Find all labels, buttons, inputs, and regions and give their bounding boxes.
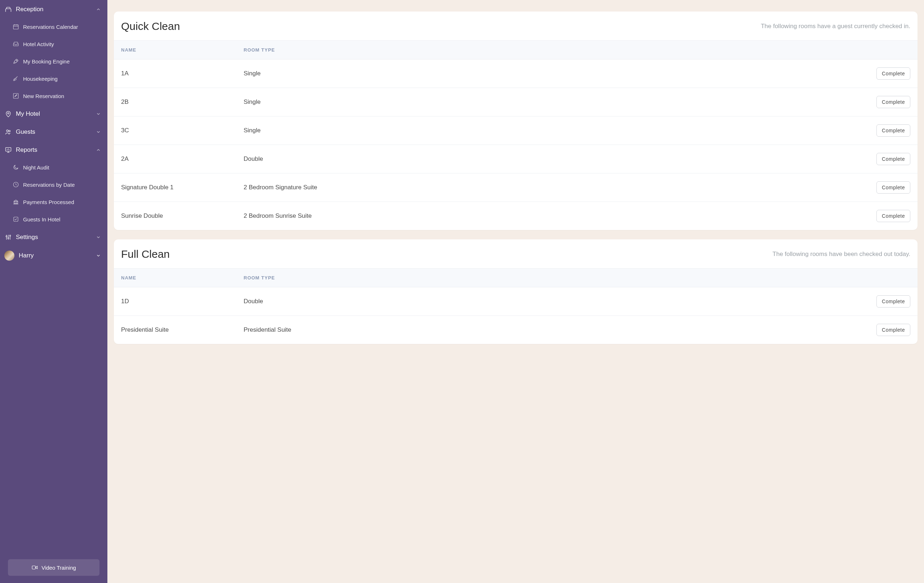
nav-label: Settings [16,234,96,241]
complete-button[interactable]: Complete [876,68,910,80]
table-row: Sunrise Double2 Bedroom Sunrise SuiteCom… [114,202,917,230]
sidebar-item-label: Reservations by Date [23,182,74,188]
sidebar-item-night-audit[interactable]: Night Audit [7,159,107,176]
column-header-name: NAME [121,275,244,281]
column-header-type: ROOM TYPE [244,275,863,281]
nav-section-guests: Guests [0,123,107,140]
sidebar-item-new-reservation[interactable]: New Reservation [7,87,107,104]
inbox-icon [12,40,20,48]
bank-icon [12,198,20,205]
video-icon [31,564,38,571]
pin-icon [4,110,12,118]
cell-room-name: 1A [121,70,244,77]
sidebar-item-label: New Reservation [23,93,64,99]
sidebar-item-reservations-by-date[interactable]: Reservations by Date [7,176,107,193]
card-full-clean: Full Clean The following rooms have been… [114,239,917,344]
svg-point-6 [16,60,17,61]
nav-section-reception: Reception Reservations Calendar Hotel Ac [0,1,107,104]
sidebar-item-guests-in-hotel[interactable]: Guests In Hotel [7,211,107,228]
user-menu[interactable]: Harry [0,246,107,265]
sidebar-item-hotel-activity[interactable]: Hotel Activity [7,35,107,53]
complete-button[interactable]: Complete [876,295,910,307]
nav-header-guests[interactable]: Guests [0,123,107,140]
cell-room-name: 1D [121,298,244,305]
table-row: 1DDoubleComplete [114,287,917,316]
svg-point-10 [9,130,10,132]
table-row: Presidential SuitePresidential SuiteComp… [114,316,917,344]
svg-rect-0 [13,25,18,29]
sidebar-item-label: Payments Processed [23,199,74,205]
svg-point-28 [9,235,10,236]
nav-header-reception[interactable]: Reception [0,1,107,18]
table-row: 2BSingleComplete [114,88,917,116]
sidebar-item-label: My Booking Engine [23,58,69,64]
chevron-up-icon [96,7,101,12]
column-header-name: NAME [121,47,244,53]
svg-point-27 [8,238,9,239]
sliders-icon [4,233,12,241]
cell-room-name: 2A [121,155,244,163]
complete-button[interactable]: Complete [876,210,910,222]
cell-room-type: 2 Bedroom Sunrise Suite [244,212,863,220]
chevron-down-icon [96,235,101,240]
nav-header-my-hotel[interactable]: My Hotel [0,105,107,122]
moon-icon [12,164,20,171]
svg-rect-22 [14,217,18,221]
sidebar-item-housekeeping[interactable]: Housekeeping [7,70,107,87]
main-content: Quick Clean The following rooms have a g… [107,0,924,583]
svg-point-8 [8,112,9,114]
edit-icon [12,92,20,99]
cell-room-name: 3C [121,127,244,134]
video-training-button[interactable]: Video Training [8,559,99,576]
nav-label: Reception [16,6,96,13]
sidebar-item-label: Hotel Activity [23,41,54,47]
card-subtitle: The following rooms have a guest current… [761,23,910,30]
cell-room-name: Sunrise Double [121,212,244,220]
cell-room-type: Double [244,155,863,163]
cell-room-type: 2 Bedroom Signature Suite [244,184,863,191]
table-row: 2ADoubleComplete [114,145,917,173]
sidebar-item-reservations-calendar[interactable]: Reservations Calendar [7,18,107,35]
cell-room-name: 2B [121,98,244,106]
rocket-icon [12,58,20,65]
cell-room-type: Presidential Suite [244,326,863,334]
table-body: 1DDoubleCompletePresidential SuitePresid… [114,287,917,344]
table-header: NAME ROOM TYPE [114,268,917,287]
svg-marker-30 [36,566,38,569]
cell-room-type: Single [244,127,863,134]
card-quick-clean: Quick Clean The following rooms have a g… [114,12,917,230]
sidebar-item-my-booking-engine[interactable]: My Booking Engine [7,53,107,70]
clock-icon [12,181,20,188]
svg-rect-29 [32,566,35,569]
chevron-down-icon [96,111,101,116]
cell-room-name: Presidential Suite [121,326,244,334]
svg-point-9 [7,130,8,132]
table-body: 1ASingleComplete2BSingleComplete3CSingle… [114,59,917,230]
nav-label: My Hotel [16,110,96,117]
svg-point-26 [6,236,7,237]
complete-button[interactable]: Complete [876,182,910,193]
table-row: 3CSingleComplete [114,116,917,145]
chevron-down-icon [96,253,101,258]
nav-header-reports[interactable]: Reports [0,141,107,159]
complete-button[interactable]: Complete [876,124,910,137]
bed-icon [4,5,12,13]
svg-rect-18 [14,201,18,204]
column-header-type: ROOM TYPE [244,47,863,53]
nav-section-settings: Settings [0,229,107,246]
complete-button[interactable]: Complete [876,153,910,165]
avatar [4,251,15,261]
check-square-icon [12,216,20,223]
sidebar-item-label: Night Audit [23,164,50,170]
chevron-down-icon [96,129,101,134]
sidebar-item-label: Housekeeping [23,76,58,82]
card-title: Full Clean [121,248,170,260]
sidebar-item-payments-processed[interactable]: Payments Processed [7,193,107,211]
cell-room-type: Single [244,98,863,106]
sidebar-item-label: Guests In Hotel [23,216,60,223]
nav-header-settings[interactable]: Settings [0,229,107,246]
complete-button[interactable]: Complete [876,96,910,108]
complete-button[interactable]: Complete [876,324,910,336]
sidebar: Reception Reservations Calendar Hotel Ac [0,0,107,583]
chevron-up-icon [96,147,101,152]
